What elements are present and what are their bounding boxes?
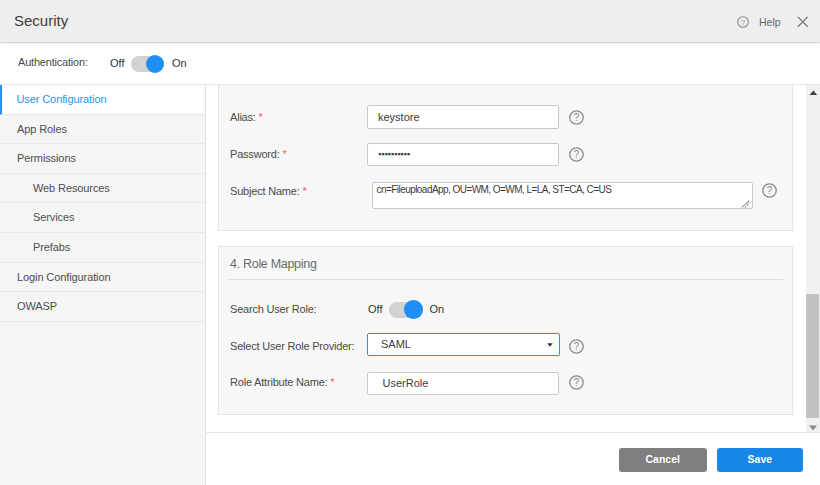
svg-text:?: ? — [767, 184, 773, 196]
svg-text:?: ? — [574, 376, 580, 388]
svg-text:?: ? — [574, 340, 580, 352]
svg-text:?: ? — [740, 18, 745, 27]
svg-text:?: ? — [574, 148, 580, 160]
svg-text:?: ? — [574, 111, 580, 123]
